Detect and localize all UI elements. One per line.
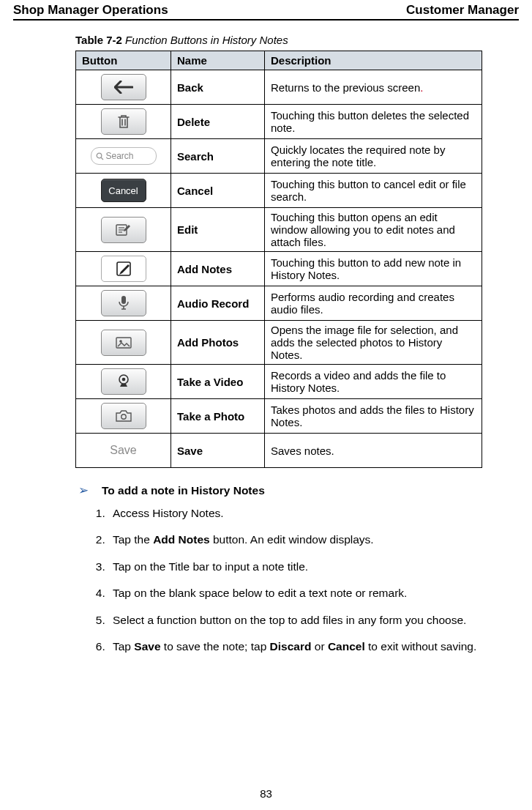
add-notes-button[interactable]: [101, 256, 146, 282]
table-row: Back Returns to the previous screen.: [76, 70, 482, 105]
back-button[interactable]: [101, 74, 146, 100]
take-photo-button[interactable]: [101, 403, 146, 429]
row-name: Search: [171, 139, 265, 174]
col-name: Name: [171, 51, 265, 70]
table-row: Add Notes Touching this button to add ne…: [76, 252, 482, 286]
row-desc: Quickly locates the required note by ent…: [265, 139, 482, 174]
picture-icon: [116, 337, 132, 349]
cancel-button[interactable]: Cancel: [101, 179, 146, 202]
row-name: Add Notes: [171, 252, 265, 286]
header-rule: [13, 19, 519, 21]
header-left: Shop Manager Operations: [13, 3, 168, 18]
row-desc: Takes photos and adds the files to Histo…: [265, 399, 482, 434]
header-right: Customer Manager: [406, 3, 519, 18]
procedure-steps: Access History Notes. Tap the Add Notes …: [108, 505, 490, 655]
camera-icon: [116, 410, 132, 422]
row-desc: Performs audio recording and creates aud…: [265, 286, 482, 321]
row-desc: Touching this button deletes the selecte…: [265, 105, 482, 139]
row-name: Delete: [171, 105, 265, 139]
page-number: 83: [0, 787, 532, 800]
row-name: Edit: [171, 208, 265, 252]
list-item: Select a function button on the top to a…: [108, 612, 490, 628]
caption-label: Table 7-2: [75, 34, 122, 46]
svg-point-11: [119, 340, 122, 343]
svg-point-14: [121, 415, 125, 419]
edit-doc-icon: [116, 223, 132, 237]
chevron-right-icon: ➢: [75, 483, 91, 498]
webcam-icon: [117, 374, 130, 389]
magnifier-icon: [96, 152, 104, 160]
edit-button[interactable]: [101, 217, 146, 243]
list-item: Tap Save to save the note; tap Discard o…: [108, 639, 490, 655]
col-button: Button: [76, 51, 171, 70]
table-row: Delete Touching this button deletes the …: [76, 105, 482, 139]
save-button[interactable]: Save: [110, 444, 136, 457]
list-item: Access History Notes.: [108, 505, 490, 521]
caption-title: Function Buttons in History Notes: [125, 34, 288, 46]
table-caption: Table 7-2 Function Buttons in History No…: [75, 34, 519, 46]
row-name: Take a Photo: [171, 399, 265, 434]
col-description: Description: [265, 51, 482, 70]
function-table: Button Name Description Back Returns to …: [75, 51, 482, 468]
table-row: Audio Record Performs audio recording an…: [76, 286, 482, 321]
take-video-button[interactable]: [101, 368, 146, 395]
table-header-row: Button Name Description: [76, 51, 482, 70]
svg-line-1: [101, 157, 103, 160]
table-row: Edit Touching this button opens an edit …: [76, 208, 482, 252]
row-desc: Opens the image file for selection, and …: [265, 321, 482, 365]
table-row: Save Save Saves notes.: [76, 434, 482, 468]
row-desc: Touching this button opens an edit windo…: [265, 208, 482, 252]
row-name: Cancel: [171, 174, 265, 208]
page-header: Shop Manager Operations Customer Manager: [13, 0, 519, 19]
procedure-heading: ➢ To add a note in History Notes: [75, 483, 519, 498]
table-row: Take a Photo Takes photos and adds the f…: [76, 399, 482, 434]
arrow-left-icon: [114, 81, 133, 94]
row-name: Take a Video: [171, 365, 265, 399]
svg-point-13: [121, 378, 125, 382]
row-name: Back: [171, 70, 265, 105]
svg-rect-7: [121, 296, 126, 304]
table-row: Take a Video Records a video and adds th…: [76, 365, 482, 399]
row-name: Audio Record: [171, 286, 265, 321]
search-field[interactable]: Search: [91, 147, 157, 165]
table-row: Cancel Cancel Touching this button to ca…: [76, 174, 482, 208]
row-desc: Records a video and adds the file to His…: [265, 365, 482, 399]
table-row: Add Photos Opens the image file for sele…: [76, 321, 482, 365]
search-placeholder: Search: [106, 151, 134, 161]
svg-point-0: [97, 153, 102, 158]
cancel-label: Cancel: [108, 185, 138, 196]
list-item: Tap on the blank space below to edit a t…: [108, 585, 490, 601]
list-item: Tap the Add Notes button. An edit window…: [108, 532, 490, 548]
note-pencil-icon: [116, 261, 132, 277]
list-item: Tap on the Title bar to input a note tit…: [108, 559, 490, 575]
procedure-title: To add a note in History Notes: [102, 484, 265, 497]
table-row: Search Search Quickly locates the requir…: [76, 139, 482, 174]
row-desc: Returns to the previous screen.: [265, 70, 482, 105]
row-desc: Touching this button to cancel edit or f…: [265, 174, 482, 208]
audio-record-button[interactable]: [101, 290, 146, 316]
row-name: Save: [171, 434, 265, 468]
row-name: Add Photos: [171, 321, 265, 365]
delete-button[interactable]: [101, 108, 146, 135]
add-photos-button[interactable]: [101, 330, 146, 356]
trash-icon: [117, 114, 130, 129]
microphone-icon: [119, 295, 129, 311]
row-desc: Saves notes.: [265, 434, 482, 468]
row-desc: Touching this button to add new note in …: [265, 252, 482, 286]
